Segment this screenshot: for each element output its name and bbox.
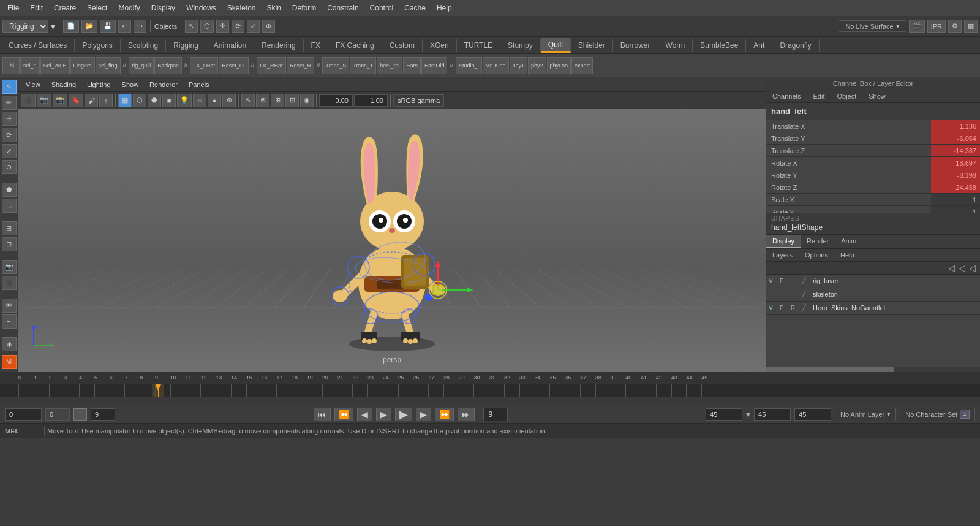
universal-tool-btn[interactable]: ⊕ <box>262 20 275 33</box>
render-view-tool[interactable]: 🎥 <box>2 276 17 290</box>
channel-value-6[interactable]: 1 <box>931 194 980 205</box>
layer-v-0[interactable]: V <box>769 278 777 284</box>
vm-shading[interactable]: Shading <box>47 80 81 90</box>
channel-row-6[interactable]: Scale X 1 <box>766 194 980 206</box>
channel-row-7[interactable]: Scale Y 1 <box>766 206 980 213</box>
layer-arrow-2[interactable]: ◁ <box>957 263 967 273</box>
layer-tab-layers[interactable]: Layers <box>766 249 799 261</box>
undo-btn[interactable]: ↩ <box>118 20 131 33</box>
render-settings-btn[interactable]: ⚙ <box>948 20 962 33</box>
vt-tex-btn[interactable]: ■ <box>162 94 176 107</box>
layer-scroll-thumb[interactable] <box>766 367 894 372</box>
shelf-trans-s[interactable]: Trans_S <box>322 57 349 74</box>
vm-lighting[interactable]: Lighting <box>82 80 116 90</box>
ws-tab-custom[interactable]: Custom <box>382 39 423 52</box>
shelf-phy1[interactable]: phy1 <box>510 57 528 74</box>
show-hide-tool[interactable]: 👁 <box>2 299 17 313</box>
vt-wireframe-btn[interactable]: ⬡ <box>133 94 146 107</box>
start-frame-input[interactable] <box>5 408 42 421</box>
channel-value-5[interactable]: 24.458 <box>931 181 980 193</box>
vt-render-btn[interactable]: 📷 <box>37 94 51 107</box>
frame-range-box[interactable] <box>74 408 87 421</box>
rotate-tool[interactable]: ⟳ <box>2 128 17 142</box>
ws-tab-animation[interactable]: Animation <box>206 39 254 52</box>
channel-row-5[interactable]: Rotate Z 24.458 <box>766 181 980 194</box>
move-tool[interactable]: ✛ <box>2 112 17 126</box>
shelf-mr-klee[interactable]: Mr. Klee <box>483 57 509 74</box>
end-frame-input2[interactable] <box>754 408 791 421</box>
select-tool[interactable]: ↖ <box>2 80 17 94</box>
menu-select[interactable]: Select <box>82 2 112 13</box>
shelf-backpac[interactable]: Backpac <box>154 57 182 74</box>
vm-panels[interactable]: Panels <box>184 80 214 90</box>
shelf-fingers[interactable]: Fingers <box>70 57 95 74</box>
shelf-trans-t[interactable]: Trans_T <box>350 57 376 74</box>
vm-renderer[interactable]: Renderer <box>145 80 183 90</box>
layer-row-0[interactable]: V P ╱ rig_layer <box>766 275 980 288</box>
shelf-fk-rhar[interactable]: FK_RHar <box>257 57 286 74</box>
camera-tool[interactable]: 📷 <box>2 260 17 274</box>
shelf-sel-wfe[interactable]: Sel_WFE <box>40 57 70 74</box>
channel-value-2[interactable]: -14.387 <box>931 145 980 156</box>
ws-tab-fx[interactable]: FX <box>304 39 328 52</box>
go-end-btn[interactable]: ⏭ <box>458 408 475 421</box>
vt-aa-btn[interactable]: ⊛ <box>222 94 236 107</box>
go-start-btn[interactable]: ⏮ <box>314 408 331 421</box>
channel-row-2[interactable]: Translate Z -14.387 <box>766 145 980 157</box>
vt-solid-btn[interactable]: ⬟ <box>148 94 161 107</box>
timeline-ruler[interactable]: 0123456789101112131415161718192021222324… <box>0 372 980 384</box>
menu-edit[interactable]: Edit <box>25 2 48 13</box>
disp-tab-anim[interactable]: Anim <box>835 235 862 248</box>
layer-p-0[interactable]: P <box>780 278 788 284</box>
prev-key-btn[interactable]: ⏪ <box>334 408 353 421</box>
channel-value-0[interactable]: 1.136 <box>931 120 980 132</box>
layer-arrow-3[interactable]: ◁ <box>967 263 978 273</box>
vt-camera-btn[interactable]: 🎥 <box>21 94 36 107</box>
play-btn[interactable]: ▶ <box>395 408 412 421</box>
ws-tab-turtle[interactable]: TURTLE <box>457 39 500 52</box>
vt-poly-btn[interactable]: ⊞ <box>271 94 284 107</box>
vm-show[interactable]: Show <box>117 80 144 90</box>
ch-tab-object[interactable]: Object <box>831 90 862 102</box>
ws-tab-ant[interactable]: Ant <box>746 39 772 52</box>
maya-logo-btn[interactable]: M <box>2 355 17 369</box>
mode-select[interactable]: Rigging <box>2 20 48 33</box>
menu-constrain[interactable]: Constrain <box>322 2 363 13</box>
vt-isolate-btn[interactable]: ◉ <box>300 94 314 107</box>
ch-tab-edit[interactable]: Edit <box>807 90 831 102</box>
rotate-tool-btn[interactable]: ⟳ <box>232 20 244 33</box>
next-key-btn[interactable]: ⏩ <box>435 408 454 421</box>
grid-btn[interactable]: ▦ <box>964 20 978 33</box>
layer-p-2[interactable]: P <box>780 305 788 311</box>
redo-btn[interactable]: ↪ <box>134 20 146 33</box>
vm-view[interactable]: View <box>21 80 45 90</box>
layer-v-2[interactable]: V <box>769 305 777 311</box>
add-tool[interactable]: + <box>2 314 17 329</box>
snap-curve-tool[interactable]: ⊡ <box>2 237 17 251</box>
layer-row-2[interactable]: V P R ╱ Hero_Skins_NoGauntlet <box>766 302 980 315</box>
layer-arrow-1[interactable]: ◁ <box>946 263 957 273</box>
ws-tab-shielder[interactable]: Shielder <box>571 39 613 52</box>
ws-tab-worm[interactable]: Worm <box>658 39 693 52</box>
no-char-set-btn[interactable]: No Character Set ≡ <box>900 408 975 421</box>
timeline-bar[interactable]: 9 <box>0 384 980 397</box>
channel-row-1[interactable]: Translate Y -6.054 <box>766 132 980 145</box>
ws-tab-sculpting[interactable]: Sculpting <box>121 39 166 52</box>
vt-shadow-btn[interactable]: ○ <box>193 94 206 107</box>
shelf-ears[interactable]: Ears <box>403 57 421 74</box>
menu-skeleton[interactable]: Skeleton <box>222 2 261 13</box>
render-btn[interactable]: 🎬 <box>909 20 925 33</box>
vt-snapshot-btn[interactable]: 📸 <box>53 94 67 107</box>
vt-xform-btn[interactable]: ⊗ <box>256 94 270 107</box>
viewport[interactable]: z y persp <box>18 109 766 372</box>
gamma-input[interactable] <box>354 94 388 107</box>
vt-bookmark-btn[interactable]: 🔖 <box>69 94 83 107</box>
no-live-surface-btn[interactable]: No Live Surface ▾ <box>839 20 906 32</box>
menu-cache[interactable]: Cache <box>399 2 431 13</box>
start-frame-input2[interactable] <box>45 408 70 421</box>
ws-tab-fxcaching[interactable]: FX Caching <box>328 39 382 52</box>
layer-r-2[interactable]: R <box>791 305 799 311</box>
snap-grid-tool[interactable]: ⊞ <box>2 221 17 235</box>
vt-paint-btn[interactable]: 🖌 <box>85 94 98 107</box>
viewport-canvas[interactable]: z y persp <box>18 109 766 372</box>
